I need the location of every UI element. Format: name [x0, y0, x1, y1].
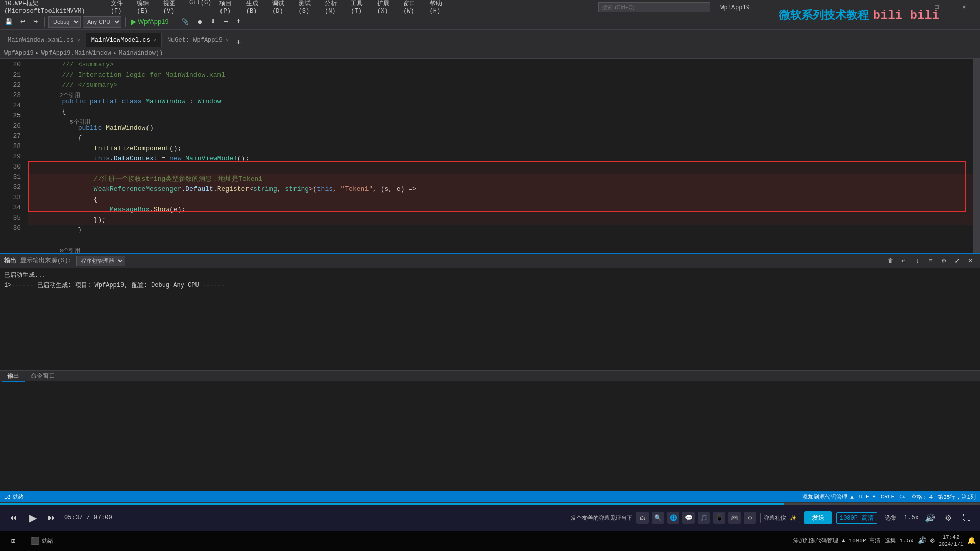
toolbar-save-btn[interactable]: 💾: [2, 16, 15, 28]
menu-project[interactable]: 项目(P): [216, 0, 240, 16]
output-source-label: 显示输出来源(S):: [20, 256, 72, 265]
bottom-tab-output[interactable]: 输出: [2, 371, 24, 382]
status-right: 添加到源代码管理 ▲ UTF-8 CRLF C# 空格: 4 第35行，第1列: [802, 493, 976, 501]
tab-mainwindow-xaml-close[interactable]: ✕: [77, 37, 80, 43]
collection-btn[interactable]: 选集: [881, 513, 900, 523]
taskbar-icon-4[interactable]: 💬: [682, 512, 695, 524]
status-bar: ⎇ 就绪 添加到源代码管理 ▲ UTF-8 CRLF C# 空格: 4 第35行…: [0, 491, 980, 502]
taskbar-notification-icon[interactable]: 🔔: [967, 536, 976, 545]
menu-tools[interactable]: 工具(T): [348, 0, 372, 16]
taskbar-settings-icon[interactable]: ⚙: [930, 536, 935, 545]
toolbar-redo-btn[interactable]: ↪: [30, 16, 41, 28]
send-button-label[interactable]: 发个友善的弹幕见证当下: [571, 514, 632, 522]
toolbar-out-btn[interactable]: ⬆: [233, 16, 244, 28]
taskbar-icon-1[interactable]: 🗂: [636, 512, 649, 524]
skip-prev-button[interactable]: ⏮: [6, 511, 20, 525]
taskbar-app-icons: 🗂 🔍 🌐 💬 🎵 📱 🎮 ⚙: [636, 512, 756, 524]
output-line-2: 1>------ 已启动生成: 项目: WpfApp19, 配置: Debug …: [4, 280, 976, 291]
toolbar-bp-btn[interactable]: ⏺: [194, 16, 206, 28]
toolbar-step-btn[interactable]: ⬇: [208, 16, 218, 28]
play-pause-button[interactable]: ▶: [26, 511, 40, 525]
code-content[interactable]: /// <summary> /// Interaction logic for …: [28, 59, 973, 253]
send-danmaku-button[interactable]: 发送: [804, 511, 832, 524]
tab-mainviewmodel[interactable]: MainViewModel.cs ✕: [86, 33, 162, 47]
output-wrap-btn[interactable]: ↵: [898, 255, 910, 267]
toolbar-attach-btn[interactable]: 📎: [179, 16, 192, 28]
search-input[interactable]: [598, 2, 710, 12]
debug-config-select[interactable]: Debug: [48, 16, 81, 28]
taskbar-icon-7[interactable]: 🎮: [728, 512, 741, 524]
taskbar-vs-item[interactable]: ⬛ 就绪: [26, 533, 57, 549]
tab-nuget[interactable]: NuGet: WpfApp19 ✕: [162, 33, 234, 47]
status-line-ending[interactable]: CRLF: [881, 494, 894, 500]
tab-mainwindow-xaml[interactable]: MainWindow.xaml.cs ✕: [2, 33, 86, 47]
taskbar-icon-3[interactable]: 🌐: [667, 512, 679, 524]
output-close-btn[interactable]: ✕: [965, 255, 976, 267]
breadcrumb-file[interactable]: WpfApp19.MainWindow: [41, 50, 111, 57]
tab-nuget-close[interactable]: ✕: [226, 37, 229, 43]
line-num-25: 25: [0, 111, 24, 121]
output-filter-btn[interactable]: ≡: [925, 255, 936, 267]
status-spaces[interactable]: 空格: 4: [911, 493, 933, 501]
collapse-indicator-36: 8个引用: [28, 246, 973, 252]
speed-btn[interactable]: 1.5x: [904, 514, 919, 521]
taskbar-volume-icon[interactable]: 🔊: [918, 536, 926, 545]
menu-build[interactable]: 生成(B): [243, 0, 267, 16]
menu-debug[interactable]: 调试(D): [269, 0, 293, 16]
line-num-30: 30: [0, 162, 24, 172]
menu-window[interactable]: 窗口(W): [400, 0, 424, 16]
menu-extensions[interactable]: 扩展(X): [374, 0, 398, 16]
status-cursor[interactable]: 第35行，第1列: [938, 493, 976, 501]
output-source-select[interactable]: 程序包管理器: [76, 256, 125, 266]
toolbar-over-btn[interactable]: ➡: [220, 16, 231, 28]
breadcrumb-sep1: ▸: [36, 49, 39, 57]
taskbar-time-value: 17:42: [939, 534, 963, 541]
output-scroll-btn[interactable]: ↓: [912, 255, 923, 267]
menu-view[interactable]: 视图(V): [160, 0, 184, 16]
status-source-control[interactable]: 添加到源代码管理 ▲: [802, 493, 854, 501]
windows-taskbar: ⊞ ⬛ 就绪 添加到源代码管理 ▲ 1080P 高清 选集 1.5x 🔊 ⚙ 1…: [0, 531, 980, 551]
taskbar-1080p[interactable]: 1080P 高清: [849, 537, 881, 544]
settings-btn[interactable]: ⚙: [941, 511, 955, 525]
progress-bar-container[interactable]: [0, 503, 980, 505]
start-button[interactable]: ⊞: [4, 533, 22, 549]
menu-file[interactable]: 文件(F): [108, 0, 132, 16]
output-clear-btn[interactable]: 🗑: [885, 255, 896, 267]
code-line-27: InitializeComponent();: [28, 143, 973, 154]
breadcrumb-project[interactable]: WpfApp19: [4, 50, 34, 57]
toolbar-undo-btn[interactable]: ↩: [17, 16, 28, 28]
status-encoding[interactable]: UTF-8: [859, 494, 876, 500]
breadcrumb-member[interactable]: MainWindow(): [119, 50, 163, 57]
volume-btn[interactable]: 🔊: [923, 511, 937, 525]
fullscreen-btn[interactable]: ⛶: [960, 511, 974, 525]
taskbar-speed[interactable]: 1.5x: [900, 538, 913, 544]
menu-analyze[interactable]: 分析(N): [322, 0, 346, 16]
taskbar-add-vcs[interactable]: 添加到源代码管理 ▲: [793, 537, 845, 544]
status-lang[interactable]: C#: [899, 494, 906, 500]
ritual-button[interactable]: 弹幕礼仪 ✨: [760, 513, 800, 523]
taskbar-icon-5[interactable]: 🎵: [698, 512, 710, 524]
line-num-20: 20: [0, 60, 24, 70]
cpu-select[interactable]: Any CPU: [83, 16, 121, 28]
menu-test[interactable]: 测试(S): [296, 0, 320, 16]
menu-help[interactable]: 帮助(H): [427, 0, 451, 16]
line-num-22: 22: [0, 80, 24, 90]
line-num-35: 35: [0, 213, 24, 223]
taskbar-collection[interactable]: 选集: [885, 537, 896, 544]
taskbar-icon-6[interactable]: 📱: [713, 512, 725, 524]
code-line-24: {: [28, 107, 973, 117]
output-settings-btn[interactable]: ⚙: [938, 255, 949, 267]
menu-git[interactable]: Git(G): [186, 0, 214, 16]
add-tab-button[interactable]: +: [236, 38, 241, 47]
menu-edit[interactable]: 编辑(E): [134, 0, 158, 16]
run-button[interactable]: ▶ WpfApp19: [129, 18, 171, 26]
output-float-btn[interactable]: ⤢: [951, 255, 963, 267]
skip-next-button[interactable]: ⏭: [45, 511, 59, 525]
taskbar-icon-2[interactable]: 🔍: [652, 512, 664, 524]
editor-scrollbar[interactable]: [973, 59, 980, 253]
code-line-30: //注册一个接收string类型参数的消息，地址是Token1: [28, 174, 973, 184]
quality-1080p[interactable]: 1080P 高清: [836, 512, 877, 524]
bottom-tab-command[interactable]: 命令窗口: [26, 371, 60, 382]
taskbar-icon-8[interactable]: ⚙: [744, 512, 756, 524]
tab-mainviewmodel-close[interactable]: ✕: [153, 37, 156, 43]
